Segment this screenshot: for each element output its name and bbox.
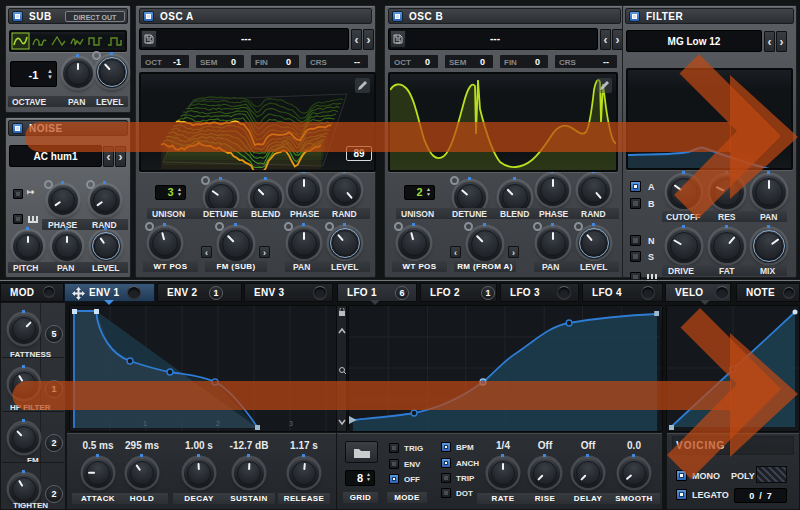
svg-text:2: 2 — [216, 420, 220, 427]
svg-text:3: 3 — [289, 420, 293, 427]
svg-text:1: 1 — [143, 420, 147, 427]
